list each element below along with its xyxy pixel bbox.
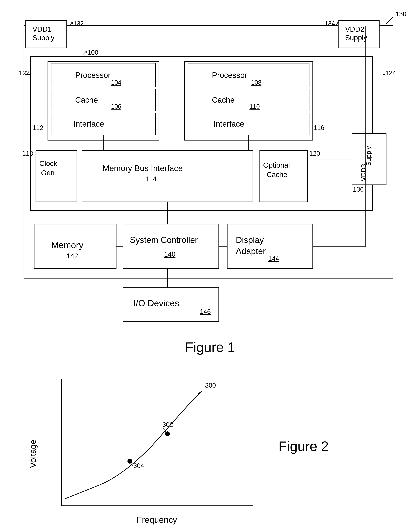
- memory-label: Memory: [51, 240, 83, 250]
- figure1-svg: 130 VDD1 Supply ↗132 VDD2 Supply 134↗ 12…: [14, 10, 407, 335]
- ref-120: 120: [309, 150, 320, 157]
- display-adapter-label: Display: [236, 235, 264, 245]
- optional-cache-label2: Cache: [267, 171, 287, 178]
- ref-106: 106: [111, 103, 121, 110]
- point-302: [165, 431, 170, 436]
- vdd3-label: VDD3: [360, 164, 367, 181]
- ref-304: 304: [133, 462, 144, 469]
- ref-114: 114: [145, 175, 157, 183]
- vdd1-label: VDD1: [32, 25, 52, 33]
- clock-gen-label2: Gen: [41, 169, 55, 177]
- svg-line-0: [386, 17, 393, 24]
- vdd2-supply-label: Supply: [345, 34, 367, 42]
- ref-144: 144: [268, 255, 279, 262]
- display-adapter-label2: Adapter: [236, 246, 266, 256]
- vdd2-label: VDD2: [345, 25, 364, 33]
- figure1-area: 130 VDD1 Supply ↗132 VDD2 Supply 134↗ 12…: [14, 10, 406, 355]
- figure2-label: Figure 2: [279, 439, 329, 454]
- svg-rect-12: [184, 62, 313, 140]
- ref-104: 104: [111, 79, 121, 86]
- cache2-label: Cache: [212, 96, 235, 104]
- ref-136: 136: [353, 186, 364, 193]
- ref-300: 300: [205, 382, 216, 389]
- svg-rect-18: [82, 150, 253, 202]
- ref-140: 140: [164, 250, 176, 258]
- ref-116: 116: [314, 124, 324, 131]
- ref-134: 134↗: [325, 20, 340, 27]
- ref-110: 110: [250, 103, 260, 110]
- processor1-label: Processor: [75, 71, 111, 80]
- svg-rect-26: [123, 224, 219, 269]
- y-axis-label: Voltage: [28, 439, 38, 468]
- point-304: [127, 459, 132, 464]
- svg-rect-15: [188, 113, 309, 135]
- interface1-label: Interface: [74, 119, 104, 128]
- ref-100: ↗100: [82, 49, 98, 56]
- vdd3-supply-label: Supply: [365, 146, 372, 166]
- sys-controller-label: System Controller: [130, 235, 198, 245]
- cache1-label: Cache: [75, 96, 98, 104]
- curve-300: [65, 391, 202, 499]
- interface2-label: Interface: [214, 119, 244, 128]
- clock-gen-label: Clock: [39, 160, 57, 167]
- svg-rect-14: [188, 89, 309, 111]
- figure2-svg: Voltage Frequency 300 302 304 Figure 2: [14, 365, 407, 532]
- ref-302: 302: [162, 421, 173, 428]
- vdd1-supply-label: Supply: [32, 34, 54, 42]
- page-container: 130 VDD1 Supply ↗132 VDD2 Supply 134↗ 12…: [0, 0, 420, 532]
- svg-rect-9: [51, 89, 155, 111]
- ref-132: ↗132: [68, 20, 84, 27]
- ref-142: 142: [67, 252, 78, 260]
- ref-108: 108: [251, 79, 261, 86]
- svg-rect-13: [188, 63, 309, 87]
- ref-122: 122: [19, 69, 30, 77]
- ref-124: 124: [385, 69, 396, 77]
- memory-bus-label: Memory Bus Interface: [103, 164, 183, 173]
- ref-146: 146: [200, 308, 211, 315]
- ref-130: 130: [396, 10, 406, 18]
- ref-118: 118: [22, 150, 33, 157]
- ref-112: 112: [32, 124, 43, 131]
- figure2-area: Voltage Frequency 300 302 304 Figure 2: [14, 365, 406, 532]
- io-devices-label: I/O Devices: [133, 298, 179, 308]
- x-axis-label: Frequency: [137, 515, 177, 525]
- processor2-label: Processor: [212, 71, 247, 80]
- optional-cache-label: Optional: [263, 161, 290, 169]
- figure1-label: Figure 1: [185, 339, 235, 355]
